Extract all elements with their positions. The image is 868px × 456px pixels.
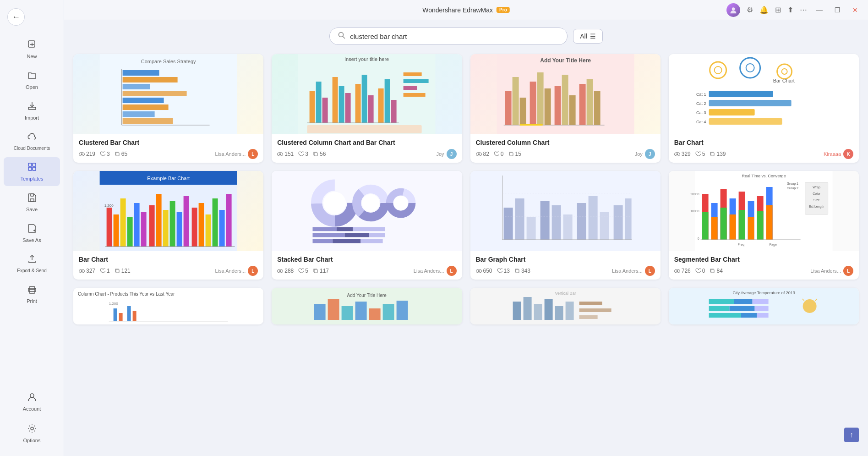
scroll-top-button[interactable]: ↑ (844, 428, 859, 442)
svg-rect-219 (523, 297, 531, 320)
filter-all-button[interactable]: All ☰ (573, 29, 603, 44)
partial-card-4[interactable]: City Average Temperature of 2013 (669, 288, 859, 324)
card-bar-graph[interactable]: Bar Graph Chart 650 13 343 (470, 171, 661, 280)
like-count-7: 13 (497, 268, 510, 274)
search-input[interactable] (350, 33, 559, 40)
svg-rect-211 (342, 306, 353, 320)
sidebar-item-open[interactable]: Open (4, 66, 60, 94)
sidebar-item-import-label: Import (25, 115, 39, 121)
svg-rect-151 (526, 217, 535, 240)
close-button[interactable]: ✕ (850, 5, 861, 16)
svg-text:1,200: 1,200 (104, 203, 114, 208)
card-meta-8: 726 0 84 Lisa Anders... L (674, 266, 853, 276)
partial-card-3[interactable]: Vertical Bar (470, 288, 661, 324)
svg-rect-89 (709, 118, 782, 125)
partial-card-1[interactable]: Column Chart - Products This Year vs Las… (73, 288, 263, 324)
svg-rect-66 (544, 88, 551, 125)
svg-point-18 (732, 7, 735, 11)
user-avatar[interactable] (726, 3, 740, 17)
sidebar-item-print[interactable]: Print (4, 280, 60, 308)
svg-rect-202 (114, 308, 117, 321)
back-button[interactable]: ← (7, 8, 25, 26)
print-icon (27, 284, 37, 297)
grid-icon[interactable]: ⊞ (775, 5, 781, 14)
svg-text:Cat 2: Cat 2 (696, 101, 706, 106)
svg-rect-88 (709, 109, 754, 115)
card-author-clustered-bar: Lisa Anders... L (215, 149, 258, 159)
app-title-area: Wondershare EdrawMax Pro (422, 6, 509, 14)
svg-rect-153 (551, 205, 561, 240)
copy-count-3: 15 (508, 151, 521, 157)
sidebar-item-open-label: Open (26, 84, 38, 90)
svg-rect-116 (219, 210, 225, 247)
card-clustered-col-bar[interactable]: Insert your title here (272, 54, 462, 163)
bell-icon[interactable]: 🔔 (759, 5, 769, 14)
card-meta-6: 288 5 117 Lisa Anders... L (277, 266, 456, 276)
svg-text:Page: Page (769, 243, 776, 247)
svg-rect-203 (119, 313, 123, 321)
svg-rect-63 (519, 98, 526, 125)
sidebar-item-export[interactable]: Export & Send (4, 249, 60, 278)
view-count-7: 650 (476, 268, 492, 274)
card-title-clustered-bar: Clustered Bar Chart (79, 139, 258, 146)
svg-rect-86 (709, 91, 773, 97)
card-thumb-segmented-bar: Real Time vs. Converge Group 1 Group 2 W… (669, 171, 859, 251)
sidebar-item-account[interactable]: Account (4, 387, 60, 416)
svg-rect-205 (133, 311, 136, 321)
svg-rect-5 (28, 163, 32, 166)
card-bar-chart-1[interactable]: Bar Chart Cat 1 Cat 2 Cat 3 Cat 4 B (669, 54, 859, 163)
svg-text:Group 1: Group 1 (786, 182, 798, 186)
card-segmented-bar[interactable]: Real Time vs. Converge Group 1 Group 2 W… (669, 171, 859, 280)
svg-rect-68 (562, 75, 568, 125)
share-icon[interactable]: ⬆ (787, 5, 793, 14)
card-meta-5: 327 1 121 Lisa Anders... L (79, 266, 258, 276)
svg-rect-3 (28, 107, 36, 110)
card-thumb-bar-graph (470, 171, 661, 251)
sidebar-item-cloud[interactable]: Cloud Documents (4, 127, 60, 155)
card-clustered-col[interactable]: Add Your Title Here (470, 54, 661, 163)
svg-rect-117 (226, 194, 232, 247)
svg-rect-69 (569, 95, 575, 125)
card-example-bar[interactable]: Example Bar Chart (73, 171, 263, 280)
card-thumb-clustered-col-bar: Insert your title here (272, 54, 462, 134)
copy-count-6: 117 (313, 268, 329, 274)
maximize-button[interactable]: ❐ (832, 5, 843, 16)
sidebar-item-save-as[interactable]: Save As (4, 219, 60, 247)
svg-rect-204 (127, 306, 131, 321)
card-author-7: Lisa Anders... L (612, 266, 655, 276)
svg-rect-65 (537, 72, 543, 125)
svg-point-34 (81, 153, 83, 155)
svg-text:Cat 3: Cat 3 (696, 110, 706, 115)
sidebar-item-save[interactable]: Save (4, 188, 60, 217)
search-box (329, 27, 568, 45)
sidebar-item-new[interactable]: New (4, 35, 60, 64)
partial-card-thumb-1: Column Chart - Products This Year vs Las… (73, 288, 263, 324)
settings-icon[interactable]: ⚙ (747, 5, 753, 14)
filter-label: All (580, 33, 587, 40)
svg-text:Real Time vs. Converge: Real Time vs. Converge (742, 174, 786, 178)
card-stacked-bar[interactable]: Stacked Bar Chart 288 5 117 (272, 171, 462, 280)
svg-rect-103 (127, 217, 133, 247)
titlebar-right: ⚙ 🔔 ⊞ ⬆ ⋯ — ❐ ✕ (726, 3, 861, 17)
svg-rect-187 (748, 217, 754, 240)
partial-card-thumb-3: Vertical Bar (470, 288, 661, 324)
svg-point-131 (362, 194, 380, 212)
svg-rect-23 (123, 70, 159, 76)
card-clustered-bar-chart[interactable]: Compare Sales Strategy (73, 54, 263, 163)
more-icon[interactable]: ⋯ (800, 5, 807, 14)
sidebar-item-options[interactable]: Options (4, 419, 60, 448)
minimize-button[interactable]: — (813, 5, 825, 16)
svg-rect-222 (555, 306, 563, 320)
sidebar-item-import[interactable]: Import (4, 96, 60, 125)
sidebar-item-templates[interactable]: Templates (4, 157, 60, 186)
svg-text:Add Your Title Here: Add Your Title Here (540, 57, 591, 64)
partial-card-2[interactable]: Add Your Title Here (272, 288, 462, 324)
svg-rect-155 (577, 203, 586, 240)
search-area: All ☰ (64, 20, 868, 49)
sidebar-item-export-label: Export & Send (17, 268, 46, 273)
svg-rect-77 (510, 153, 513, 156)
svg-rect-44 (355, 84, 361, 123)
card-title-example-bar: Bar Chart (79, 256, 258, 263)
card-info-segmented-bar: Segmented Bar Chart 726 0 84 (669, 251, 859, 280)
svg-text:Ext Length: Ext Length (809, 205, 824, 209)
